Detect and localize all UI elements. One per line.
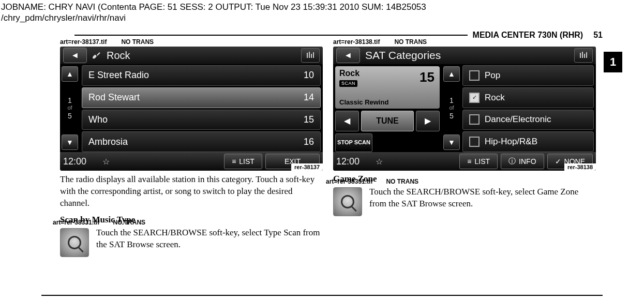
image-tag: rer-38137 [291, 163, 323, 171]
info-icon: ⓘ [508, 157, 516, 166]
page-up-button[interactable]: ▲ [62, 66, 78, 82]
pager-total: 5 [449, 112, 454, 121]
check-icon: ✓ [555, 157, 561, 166]
info-label: INFO [519, 157, 536, 166]
checkbox-icon [469, 70, 480, 81]
checkbox-icon [469, 137, 480, 147]
category-label: Hip-Hop/R&B [485, 137, 537, 147]
page-down-button[interactable]: ▼ [62, 134, 78, 150]
svg-rect-6 [584, 54, 585, 58]
station-name: Rod Stewart [88, 92, 140, 103]
sect-art-ref: art=rer-38331.tif [326, 178, 372, 185]
no-trans-left: NO TRANS [121, 38, 154, 46]
category-row[interactable]: ✓ Rock [462, 87, 594, 108]
list-label: LIST [239, 157, 254, 166]
now-playing-channel: 15 [420, 69, 435, 85]
hd-button[interactable] [301, 48, 320, 63]
equalizer-icon [579, 52, 588, 59]
clock: 12:00 [336, 156, 372, 167]
pager-of: of [449, 104, 454, 111]
station-name: Ambrosia [88, 137, 128, 147]
station-channel: 16 [304, 137, 314, 147]
page-down-button[interactable]: ▼ [443, 134, 460, 150]
station-row[interactable]: Ambrosia 16 [82, 131, 321, 152]
section-body: Touch the SEARCH/BROWSE soft-key, select… [369, 186, 597, 210]
pager-current: 1 [67, 96, 72, 105]
back-button[interactable]: ◄ [336, 48, 360, 63]
arrow-left-icon: ◄ [344, 51, 352, 60]
checkbox-icon: ✓ [469, 93, 480, 103]
category-row[interactable]: Pop [462, 65, 594, 86]
chevron-down-icon: ▼ [66, 138, 73, 146]
meta-line-1: JOBNAME: CHRY NAVI (Contenta PAGE: 51 SE… [1, 2, 643, 12]
meta-line-2: /chry_pdm/chrysler/navi/rhr/navi [1, 12, 643, 23]
page-up-button[interactable]: ▲ [443, 66, 460, 82]
screen-title: SAT Categories [365, 49, 441, 62]
station-row[interactable]: Rod Stewart 14 [82, 87, 321, 108]
header-rule [74, 35, 468, 36]
category-row[interactable]: Hip-Hop/R&B [462, 131, 594, 152]
station-channel: 14 [304, 92, 314, 103]
list-icon: ≡ [232, 157, 236, 166]
list-button[interactable]: ≡ LIST [459, 154, 498, 169]
star-icon[interactable]: ☆ [102, 157, 110, 167]
sect-no-trans: NO TRANS [386, 178, 418, 185]
svg-rect-5 [582, 52, 583, 58]
category-label: Rock [485, 93, 505, 103]
station-row[interactable]: E Street Radio 10 [82, 65, 321, 86]
tune-prev-button[interactable]: ◀ [335, 111, 359, 131]
category-row[interactable]: Dance/Electronic [462, 110, 594, 130]
now-playing-name: Classic Rewind [339, 98, 436, 107]
list-icon: ≡ [467, 157, 471, 166]
station-name: E Street Radio [88, 70, 149, 81]
search-browse-icon [333, 187, 362, 216]
left-paragraph: The radio displays all available station… [60, 174, 324, 209]
caret-right-icon: ▶ [425, 116, 431, 126]
guitar-icon [92, 51, 101, 60]
svg-rect-1 [309, 52, 310, 58]
section-body: Touch the SEARCH/BROWSE soft-key, select… [96, 227, 324, 251]
info-button[interactable]: ⓘ INFO [501, 154, 544, 169]
scan-badge: SCAN [339, 80, 357, 87]
sat-categories-screenshot: ◄ SAT Categories Rock SCAN 15 [333, 47, 596, 171]
sect-no-trans: NO TRANS [113, 219, 145, 226]
now-playing-card: Rock SCAN 15 Classic Rewind [335, 66, 440, 109]
caret-left-icon: ◀ [344, 116, 350, 126]
svg-rect-3 [313, 52, 314, 58]
station-channel: 10 [304, 70, 314, 81]
station-name: Who [88, 114, 108, 125]
station-row[interactable]: Who 15 [82, 110, 321, 130]
pager-of: of [67, 104, 72, 111]
svg-rect-7 [586, 52, 587, 58]
list-button[interactable]: ≡ LIST [224, 154, 262, 169]
search-browse-icon [60, 228, 89, 257]
clock: 12:00 [63, 156, 99, 167]
hd-button[interactable] [574, 48, 593, 63]
back-button[interactable]: ◄ [63, 48, 87, 63]
arrow-left-icon: ◄ [71, 51, 79, 60]
image-tag: rer-38138 [564, 163, 596, 171]
tune-next-button[interactable]: ▶ [416, 111, 440, 131]
checkbox-icon [469, 114, 480, 125]
star-icon[interactable]: ☆ [376, 157, 383, 167]
sect-art-ref: art=rer-38331.tif [53, 219, 99, 226]
art-ref-right: art=rer-38138.tif [333, 38, 380, 46]
svg-rect-4 [580, 53, 581, 58]
no-trans-right: NO TRANS [394, 38, 427, 46]
svg-rect-2 [311, 54, 312, 58]
chevron-down-icon: ▼ [448, 138, 455, 146]
art-ref-left: art=rer-38137.tif [60, 38, 107, 46]
chevron-up-icon: ▲ [66, 70, 73, 78]
pager-current: 1 [449, 96, 454, 105]
pager-total: 5 [67, 112, 72, 121]
category-label: Dance/Electronic [485, 114, 551, 125]
footer-rule [41, 295, 603, 296]
rock-list-screenshot: ◄ Rock ▲ 1 [60, 47, 323, 171]
equalizer-icon [306, 52, 314, 59]
stop-scan-button[interactable]: STOP SCAN [335, 133, 372, 152]
screen-title: Rock [107, 50, 130, 62]
section-tab: 1 [604, 52, 622, 72]
category-label: Pop [485, 70, 500, 81]
tune-button[interactable]: TUNE [361, 111, 414, 131]
svg-rect-0 [307, 53, 308, 58]
